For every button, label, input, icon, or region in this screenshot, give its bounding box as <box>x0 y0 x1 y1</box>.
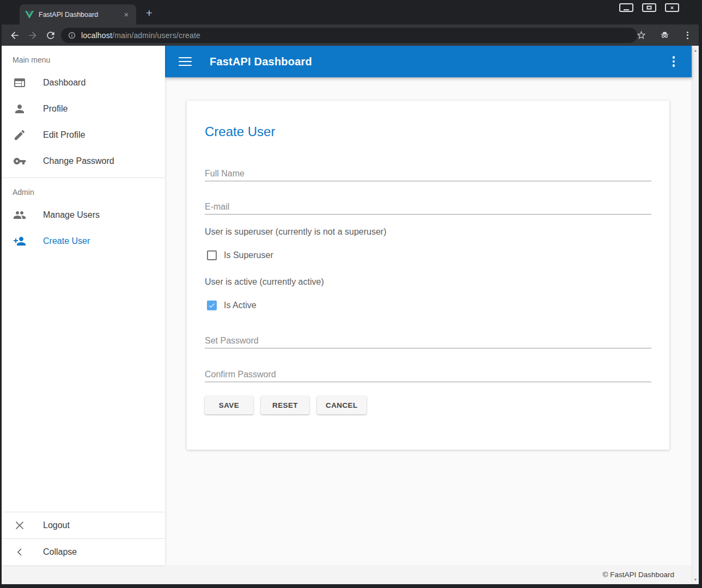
group-icon <box>13 209 26 222</box>
checkbox-label: Is Active <box>224 301 257 310</box>
page: FastAPI Dashboard Main menu Dashboard Pr… <box>2 46 699 584</box>
is-active-checkbox[interactable]: Is Active <box>205 300 651 311</box>
sidebar-item-label: Collapse <box>43 547 77 557</box>
back-icon[interactable] <box>9 30 20 41</box>
maximize-button[interactable] <box>642 3 656 12</box>
address-bar[interactable]: localhost/main/admin/users/create <box>61 28 637 43</box>
url-path: /main/admin/users/create <box>112 31 200 40</box>
window-controls: × <box>619 3 679 12</box>
superuser-helper-text: User is superuser (currently is not a su… <box>205 226 651 237</box>
is-superuser-checkbox[interactable]: Is Superuser <box>205 250 651 261</box>
key-icon <box>13 155 26 168</box>
forward-icon[interactable] <box>27 30 38 41</box>
copyright-text: © FastAPI Dashboard <box>602 571 674 579</box>
maximize-icon <box>647 6 652 10</box>
save-button[interactable]: SAVE <box>205 396 253 414</box>
app-title: FastAPI Dashboard <box>210 56 312 68</box>
url-text: localhost/main/admin/users/create <box>81 31 200 40</box>
app-menu-icon[interactable] <box>671 54 677 69</box>
sidebar-item-label: Change Password <box>43 156 114 166</box>
checkbox-label: Is Superuser <box>224 250 273 260</box>
sidebar-item-label: Create User <box>43 236 90 246</box>
sidebar-item-edit-profile[interactable]: Edit Profile <box>2 122 165 148</box>
form-actions: SAVE RESET CANCEL <box>205 396 651 414</box>
sidebar-item-label: Logout <box>43 520 70 530</box>
bookmark-star-icon[interactable] <box>636 30 646 40</box>
sidebar-item-manage-users[interactable]: Manage Users <box>2 202 165 228</box>
reload-icon[interactable] <box>45 30 56 41</box>
close-x-icon <box>13 519 26 532</box>
pencil-icon <box>13 128 26 142</box>
browser-menu-icon[interactable] <box>683 30 692 40</box>
cancel-button[interactable]: CANCEL <box>317 396 367 414</box>
checkbox-unchecked-icon[interactable] <box>207 250 217 260</box>
url-host: localhost <box>81 31 112 40</box>
browser-tab[interactable]: FastAPI Dashboard × <box>20 4 136 24</box>
page-title: Create User <box>205 124 651 139</box>
close-icon: × <box>666 4 678 11</box>
new-tab-button[interactable]: + <box>143 7 156 20</box>
incognito-icon <box>659 30 670 40</box>
sidebar-item-label: Edit Profile <box>43 130 85 140</box>
set-password-input[interactable] <box>205 337 651 348</box>
active-helper-text: User is active (currently active) <box>205 277 651 287</box>
sidebar-item-label: Manage Users <box>43 210 100 220</box>
tab-title: FastAPI Dashboard <box>39 11 122 19</box>
sidebar-item-create-user[interactable]: Create User <box>2 228 165 254</box>
chevron-left-icon <box>13 546 26 559</box>
tab-close-icon[interactable]: × <box>122 10 131 19</box>
full-name-input[interactable] <box>205 170 651 181</box>
web-icon <box>13 76 26 89</box>
create-user-card: Create User User is superuser (currently… <box>187 101 669 450</box>
footer: © FastAPI Dashboard <box>2 565 692 584</box>
sidebar: Main menu Dashboard Profile Edit Profile… <box>2 46 165 565</box>
sidebar-item-label: Profile <box>43 104 68 114</box>
person-icon <box>13 102 26 115</box>
sidebar-item-logout[interactable]: Logout <box>2 512 165 538</box>
sidebar-item-dashboard[interactable]: Dashboard <box>2 70 165 96</box>
main-menu-section-label: Main menu <box>2 46 165 70</box>
sidebar-item-change-password[interactable]: Change Password <box>2 148 165 174</box>
person-add-icon <box>13 235 26 248</box>
minimize-button[interactable] <box>619 3 633 12</box>
toolbar-actions <box>636 24 692 46</box>
tab-strip: FastAPI Dashboard × + × <box>0 0 702 24</box>
hamburger-menu-icon[interactable] <box>179 57 192 66</box>
site-info-icon[interactable] <box>68 31 76 40</box>
checkbox-checked-icon[interactable] <box>207 301 217 310</box>
browser-toolbar: localhost/main/admin/users/create <box>2 24 699 46</box>
scrollbar-down-icon[interactable]: ▼ <box>692 578 699 581</box>
confirm-password-input[interactable] <box>205 371 651 382</box>
admin-section-label: Admin <box>2 178 165 202</box>
app-bar: FastAPI Dashboard <box>165 46 692 77</box>
close-window-button[interactable]: × <box>665 3 679 12</box>
vue-logo-icon <box>25 10 34 19</box>
sidebar-item-profile[interactable]: Profile <box>2 96 165 122</box>
minimize-icon <box>624 9 629 10</box>
sidebar-item-label: Dashboard <box>43 78 86 88</box>
reset-button[interactable]: RESET <box>261 396 309 414</box>
sidebar-item-collapse[interactable]: Collapse <box>2 539 165 565</box>
scrollbar-up-icon[interactable]: ▲ <box>692 48 699 52</box>
sidebar-bottom: Logout Collapse <box>2 512 165 565</box>
email-input[interactable] <box>205 203 651 215</box>
page-scrollbar[interactable]: ▲ ▼ <box>692 46 699 584</box>
